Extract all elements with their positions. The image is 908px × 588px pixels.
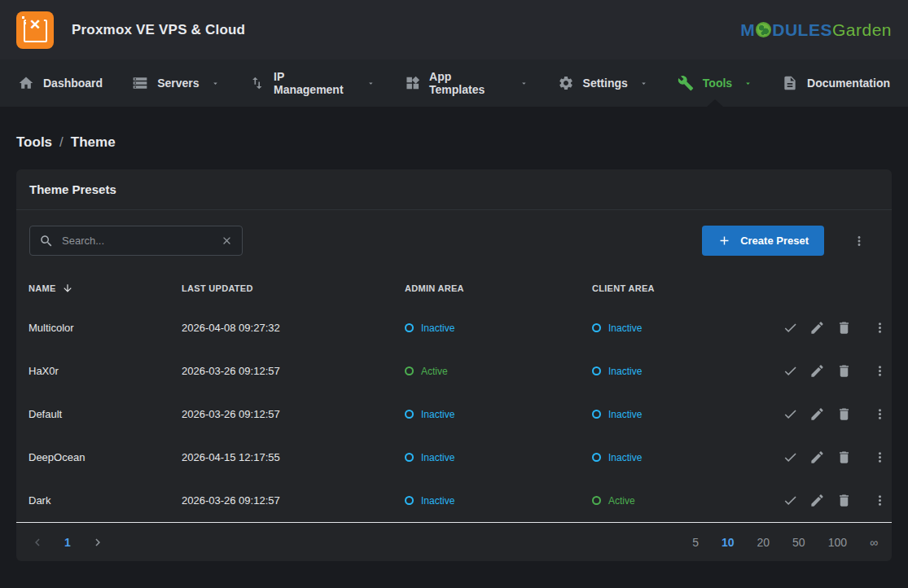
table-row: Default2026-03-26 09:12:57 Inactive Inac… bbox=[16, 393, 892, 436]
approve-icon[interactable] bbox=[783, 450, 798, 465]
home-icon bbox=[18, 75, 34, 91]
more-icon[interactable] bbox=[872, 406, 888, 422]
column-header-client-area[interactable]: CLIENT AREA bbox=[592, 283, 771, 293]
clear-icon[interactable] bbox=[221, 235, 233, 247]
chevron-down-icon bbox=[366, 79, 375, 88]
status-label: Inactive bbox=[608, 452, 642, 463]
delete-icon[interactable] bbox=[836, 406, 852, 422]
edit-icon[interactable] bbox=[809, 450, 825, 465]
widgets-icon bbox=[405, 75, 420, 91]
status-ring-icon bbox=[592, 496, 601, 505]
approve-icon[interactable] bbox=[783, 493, 798, 508]
approve-icon[interactable] bbox=[783, 320, 798, 336]
theme-presets-card: Theme Presets Create Preset NAME LAST UP… bbox=[16, 169, 892, 561]
logo-x-icon: ✕ bbox=[26, 15, 44, 34]
brand-text: M bbox=[740, 20, 755, 40]
admin-area-status: Inactive bbox=[405, 495, 592, 507]
search-box bbox=[29, 226, 243, 256]
page-size-option[interactable]: ∞ bbox=[870, 536, 878, 549]
nav-item-app-templates[interactable]: App Templates bbox=[390, 59, 543, 107]
chevron-down-icon bbox=[639, 79, 648, 88]
table-row: DeepOcean2026-04-15 12:17:55 Inactive In… bbox=[16, 436, 892, 479]
brand-text: Garden bbox=[832, 20, 892, 40]
create-preset-button[interactable]: Create Preset bbox=[702, 226, 824, 256]
page-size-option[interactable]: 100 bbox=[828, 536, 847, 549]
edit-icon[interactable] bbox=[809, 406, 825, 422]
card-title: Theme Presets bbox=[16, 169, 892, 210]
nav-label: Dashboard bbox=[43, 77, 103, 90]
nav-label: Tools bbox=[703, 77, 732, 90]
page-size-selector: 5102050100∞ bbox=[692, 536, 878, 549]
status-ring-icon bbox=[592, 366, 601, 375]
nav-item-tools[interactable]: Tools bbox=[663, 59, 767, 107]
more-icon[interactable] bbox=[872, 363, 888, 379]
nav-item-settings[interactable]: Settings bbox=[543, 59, 663, 107]
card-toolbar: Create Preset bbox=[16, 210, 892, 270]
admin-area-status: Inactive bbox=[405, 452, 592, 463]
status-label: Active bbox=[421, 366, 448, 377]
column-header-admin-area[interactable]: ADMIN AREA bbox=[405, 283, 592, 293]
nav-item-ip-management[interactable]: IP Management bbox=[235, 59, 390, 107]
row-actions bbox=[771, 363, 892, 379]
table-row: Multicolor2026-04-08 09:27:32 Inactive I… bbox=[16, 306, 892, 349]
breadcrumb-tools[interactable]: Tools bbox=[16, 134, 52, 151]
edit-icon[interactable] bbox=[809, 363, 825, 379]
column-header-last-updated[interactable]: LAST UPDATED bbox=[182, 283, 405, 293]
chevron-down-icon bbox=[520, 79, 529, 88]
status-label: Inactive bbox=[421, 495, 454, 507]
current-page[interactable]: 1 bbox=[64, 536, 71, 549]
document-icon bbox=[782, 75, 798, 91]
column-header-name[interactable]: NAME bbox=[29, 283, 182, 294]
status-label: Inactive bbox=[421, 323, 454, 334]
row-actions bbox=[771, 450, 892, 465]
nav-item-documentation[interactable]: Documentation bbox=[767, 59, 905, 107]
swap-vertical-icon bbox=[249, 75, 265, 91]
nav-item-servers[interactable]: Servers bbox=[117, 59, 234, 107]
nav-label: IP Management bbox=[274, 70, 355, 96]
active-nav-notch bbox=[707, 99, 723, 107]
edit-icon[interactable] bbox=[809, 320, 825, 336]
create-preset-label: Create Preset bbox=[740, 235, 809, 247]
chevron-right-icon[interactable] bbox=[90, 535, 105, 550]
approve-icon[interactable] bbox=[783, 363, 798, 379]
delete-icon[interactable] bbox=[836, 320, 852, 336]
search-icon bbox=[39, 234, 54, 248]
admin-area-status: Inactive bbox=[405, 323, 592, 334]
preset-name: DeepOcean bbox=[29, 451, 182, 463]
preset-name: Dark bbox=[29, 494, 182, 507]
client-area-status: Inactive bbox=[592, 323, 771, 334]
status-ring-icon bbox=[592, 453, 601, 462]
edit-icon[interactable] bbox=[809, 493, 825, 508]
chevron-left-icon[interactable] bbox=[30, 535, 45, 550]
page-size-option[interactable]: 5 bbox=[692, 536, 699, 549]
page-size-option[interactable]: 10 bbox=[722, 536, 735, 549]
page-size-option[interactable]: 20 bbox=[757, 536, 770, 549]
preset-name: Default bbox=[29, 408, 182, 420]
modulesgarden-logo: M DULES Garden bbox=[740, 20, 892, 40]
last-updated: 2026-03-26 09:12:57 bbox=[182, 494, 405, 507]
more-icon[interactable] bbox=[872, 320, 888, 336]
breadcrumb: Tools / Theme bbox=[16, 134, 892, 151]
table-row: Dark2026-03-26 09:12:57 Inactive Active bbox=[16, 479, 892, 522]
table-body: Multicolor2026-04-08 09:27:32 Inactive I… bbox=[16, 306, 892, 522]
nav-item-dashboard[interactable]: Dashboard bbox=[3, 59, 117, 107]
approve-icon[interactable] bbox=[783, 406, 798, 422]
breadcrumb-theme: Theme bbox=[71, 134, 116, 151]
kebab-icon[interactable] bbox=[852, 234, 866, 248]
servers-icon bbox=[132, 75, 148, 91]
search-input[interactable] bbox=[62, 235, 221, 247]
admin-area-status: Active bbox=[405, 366, 592, 377]
more-icon[interactable] bbox=[872, 493, 888, 508]
status-label: Active bbox=[608, 495, 635, 507]
delete-icon[interactable] bbox=[836, 363, 852, 379]
delete-icon[interactable] bbox=[836, 450, 852, 465]
status-label: Inactive bbox=[608, 323, 642, 334]
globe-icon bbox=[756, 22, 771, 37]
row-actions bbox=[771, 493, 892, 508]
more-icon[interactable] bbox=[872, 450, 888, 465]
status-ring-icon bbox=[405, 366, 414, 375]
delete-icon[interactable] bbox=[836, 493, 852, 508]
page-size-option[interactable]: 50 bbox=[792, 536, 805, 549]
preset-name: HaX0r bbox=[29, 365, 182, 377]
client-area-status: Inactive bbox=[592, 366, 771, 377]
